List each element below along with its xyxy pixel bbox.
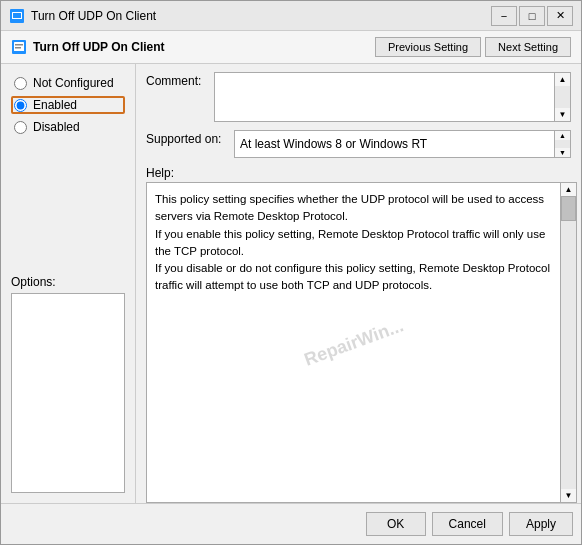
watermark: RepairWin... — [300, 312, 407, 373]
previous-setting-button[interactable]: Previous Setting — [375, 37, 481, 57]
supported-scroll-up-icon[interactable]: ▲ — [558, 131, 567, 140]
main-window: Turn Off UDP On Client − □ ✕ Turn Off UD… — [0, 0, 582, 545]
cancel-button[interactable]: Cancel — [432, 512, 503, 536]
comment-section: Comment: ▲ ▼ — [136, 64, 581, 122]
help-scrollbar: ▲ ▼ — [561, 182, 577, 503]
header-title: Turn Off UDP On Client — [33, 40, 165, 54]
header-buttons: Previous Setting Next Setting — [375, 37, 571, 57]
next-setting-button[interactable]: Next Setting — [485, 37, 571, 57]
disabled-radio[interactable] — [14, 121, 27, 134]
supported-on-label: Supported on: — [146, 130, 226, 158]
help-text-p1: This policy setting specifies whether th… — [155, 191, 552, 226]
header-bar: Turn Off UDP On Client Previous Setting … — [1, 31, 581, 64]
comment-label: Comment: — [146, 72, 206, 122]
not-configured-label: Not Configured — [33, 76, 114, 90]
disabled-option[interactable]: Disabled — [11, 118, 125, 136]
svg-rect-5 — [15, 44, 23, 46]
title-controls: − □ ✕ — [491, 6, 573, 26]
comment-scroll-up-icon[interactable]: ▲ — [557, 73, 569, 86]
minimize-button[interactable]: − — [491, 6, 517, 26]
help-label: Help: — [136, 166, 571, 180]
enabled-option[interactable]: Enabled — [11, 96, 125, 114]
enabled-radio[interactable] — [14, 99, 27, 112]
options-label: Options: — [11, 275, 125, 289]
header-left: Turn Off UDP On Client — [11, 39, 165, 55]
help-text-p2: If you enable this policy setting, Remot… — [155, 226, 552, 261]
bottom-buttons: OK Cancel Apply — [1, 503, 581, 544]
supported-scroll-down-icon[interactable]: ▼ — [558, 148, 567, 157]
enabled-label: Enabled — [33, 98, 77, 112]
window-title: Turn Off UDP On Client — [31, 9, 156, 23]
policy-icon — [11, 39, 27, 55]
comment-scroll-down-icon[interactable]: ▼ — [557, 108, 569, 121]
help-options-row: Help: — [136, 162, 581, 182]
svg-rect-4 — [14, 42, 24, 51]
comment-input[interactable] — [214, 72, 555, 122]
supported-section: Supported on: At least Windows 8 or Wind… — [136, 126, 581, 162]
title-bar-left: Turn Off UDP On Client — [9, 8, 156, 24]
svg-rect-6 — [15, 47, 21, 49]
not-configured-option[interactable]: Not Configured — [11, 74, 125, 92]
help-scroll-down-icon[interactable]: ▼ — [563, 489, 575, 502]
close-button[interactable]: ✕ — [547, 6, 573, 26]
help-panel: RepairWin... This policy setting specifi… — [146, 182, 561, 503]
radio-group: Not Configured Enabled Disabled — [11, 74, 125, 136]
not-configured-radio[interactable] — [14, 77, 27, 90]
help-scroll-up-icon[interactable]: ▲ — [563, 183, 575, 196]
maximize-button[interactable]: □ — [519, 6, 545, 26]
ok-button[interactable]: OK — [366, 512, 426, 536]
left-panel: Not Configured Enabled Disabled Options: — [1, 64, 136, 503]
supported-value: At least Windows 8 or Windows RT — [234, 130, 555, 158]
help-text-p3: If you disable or do not configure this … — [155, 260, 552, 295]
title-bar: Turn Off UDP On Client − □ ✕ — [1, 1, 581, 31]
options-panel-left — [11, 293, 125, 493]
window-icon — [9, 8, 25, 24]
disabled-label: Disabled — [33, 120, 80, 134]
apply-button[interactable]: Apply — [509, 512, 573, 536]
svg-rect-2 — [13, 13, 21, 18]
